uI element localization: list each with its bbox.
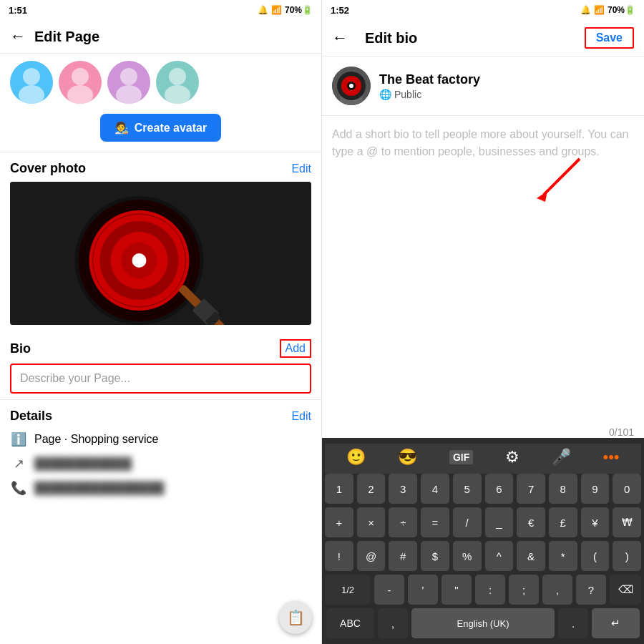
key-3[interactable]: 3 [389, 474, 417, 504]
svg-point-28 [349, 84, 353, 88]
key-4[interactable]: 4 [421, 474, 449, 504]
svg-point-7 [165, 85, 190, 104]
cover-photo-edit[interactable]: Edit [291, 162, 311, 175]
key-1[interactable]: 1 [325, 474, 353, 504]
symbol-row-1: + × ÷ = / _ € £ ¥ ₩ [325, 507, 641, 537]
mic-button[interactable]: 🎤 [552, 448, 571, 467]
svg-point-0 [23, 68, 40, 85]
create-avatar-label: Create avatar [135, 122, 207, 135]
edit-bio-title: Edit bio [365, 30, 417, 47]
key-6[interactable]: 6 [485, 474, 514, 504]
key-star[interactable]: * [549, 541, 577, 571]
status-bar-left: 1:51 🔔📶70%🔋 [0, 0, 321, 20]
avatar-3 [107, 61, 150, 104]
key-5[interactable]: 5 [453, 474, 482, 504]
page-info: The Beat factory 🌐 Public [322, 57, 644, 116]
cover-photo-label: Cover photo [10, 161, 86, 176]
key-caret[interactable]: ^ [485, 541, 514, 571]
key-won[interactable]: ₩ [613, 507, 641, 537]
key-plus[interactable]: + [325, 507, 353, 537]
key-question[interactable]: ? [576, 575, 606, 605]
edit-page-title: Edit Page [34, 29, 99, 45]
save-button[interactable]: Save [585, 27, 634, 49]
avatar-4 [156, 61, 199, 104]
key-percent[interactable]: % [453, 541, 482, 571]
bio-placeholder-box[interactable]: Describe your Page... [10, 364, 311, 394]
key-minus[interactable]: - [374, 575, 404, 605]
enter-key[interactable]: ↵ [592, 608, 640, 638]
settings-button[interactable]: ⚙ [505, 448, 519, 467]
sticker-button[interactable]: 😎 [398, 448, 417, 467]
fab-button[interactable]: 📋 [279, 601, 312, 634]
globe-icon: 🌐 [379, 89, 391, 100]
key-period[interactable]: . [558, 608, 588, 638]
red-arrow [530, 152, 587, 212]
key-dollar[interactable]: $ [421, 541, 449, 571]
spacebar[interactable]: English (UK) [411, 608, 555, 638]
char-count: 0/101 [609, 426, 634, 438]
punct-row: 1/2 - ' " : ; , ? ⌫ [325, 575, 641, 605]
bio-label: Bio [10, 341, 31, 356]
key-rparen[interactable]: ) [613, 541, 641, 571]
key-at[interactable]: @ [357, 541, 386, 571]
key-divide[interactable]: ÷ [389, 507, 417, 537]
key-7[interactable]: 7 [517, 474, 545, 504]
key-12[interactable]: 1/2 [325, 575, 371, 605]
right-panel: 1:52 🔔📶70%🔋 ← Edit bio Save [322, 0, 644, 644]
page-details: The Beat factory 🌐 Public [379, 72, 480, 100]
time-right: 1:52 [331, 5, 349, 16]
back-button-right[interactable]: ← [332, 29, 348, 47]
share-icon: ↗ [10, 455, 27, 472]
key-euro[interactable]: € [517, 507, 545, 537]
bio-add-link[interactable]: Add [280, 339, 311, 358]
key-8[interactable]: 8 [549, 474, 577, 504]
page-avatar [332, 67, 371, 105]
key-2[interactable]: 2 [357, 474, 386, 504]
key-colon[interactable]: : [475, 575, 505, 605]
key-quote[interactable]: " [441, 575, 472, 605]
blurred-text-1: ████████████ [34, 457, 132, 470]
key-abc[interactable]: ABC [326, 608, 374, 638]
category-item: ℹ️ Page · Shopping service [10, 431, 311, 448]
bio-input-area[interactable]: Add a short bio to tell people more abou… [322, 116, 644, 438]
svg-point-1 [19, 85, 44, 104]
cover-image [10, 182, 311, 325]
key-exclaim[interactable]: ! [325, 541, 353, 571]
status-icons-right: 🔔📶70%🔋 [580, 5, 635, 15]
svg-point-15 [132, 253, 147, 268]
svg-point-5 [116, 85, 142, 104]
key-hash[interactable]: # [389, 541, 417, 571]
avatar-2 [59, 61, 102, 104]
create-avatar-button[interactable]: 🧑‍🎨 Create avatar [100, 114, 221, 142]
blurred-text-2: ████████████████ [34, 482, 164, 494]
back-button-left[interactable]: ← [10, 27, 26, 46]
svg-point-6 [169, 68, 186, 85]
key-multiply[interactable]: × [357, 507, 386, 537]
emoji-button[interactable]: 🙂 [346, 448, 366, 467]
backspace-key[interactable]: ⌫ [610, 575, 641, 605]
keyboard: 🙂 😎 GIF ⚙ 🎤 ••• 1 2 3 4 5 6 7 8 9 0 + × … [322, 438, 644, 644]
key-yen[interactable]: ¥ [581, 507, 610, 537]
key-apos[interactable]: ' [408, 575, 438, 605]
gif-button[interactable]: GIF [449, 450, 473, 464]
key-9[interactable]: 9 [581, 474, 610, 504]
svg-point-3 [67, 85, 93, 104]
key-comma2[interactable]: , [542, 575, 572, 605]
edit-page-topbar: ← Edit Page [0, 20, 321, 54]
key-pound[interactable]: £ [549, 507, 577, 537]
key-0[interactable]: 0 [613, 474, 641, 504]
key-semi[interactable]: ; [509, 575, 539, 605]
key-lparen[interactable]: ( [581, 541, 610, 571]
key-equals[interactable]: = [421, 507, 449, 537]
svg-line-29 [544, 159, 580, 195]
details-edit[interactable]: Edit [291, 410, 311, 423]
avatars-row [0, 54, 321, 111]
edit-bio-topbar: ← Edit bio Save [322, 20, 644, 57]
key-comma3[interactable]: , [378, 608, 408, 638]
key-underscore[interactable]: _ [485, 507, 514, 537]
key-amp[interactable]: & [517, 541, 545, 571]
time-left: 1:51 [9, 5, 27, 16]
key-slash[interactable]: / [453, 507, 482, 537]
category-text: Page · Shopping service [34, 433, 158, 446]
more-button[interactable]: ••• [602, 448, 619, 467]
